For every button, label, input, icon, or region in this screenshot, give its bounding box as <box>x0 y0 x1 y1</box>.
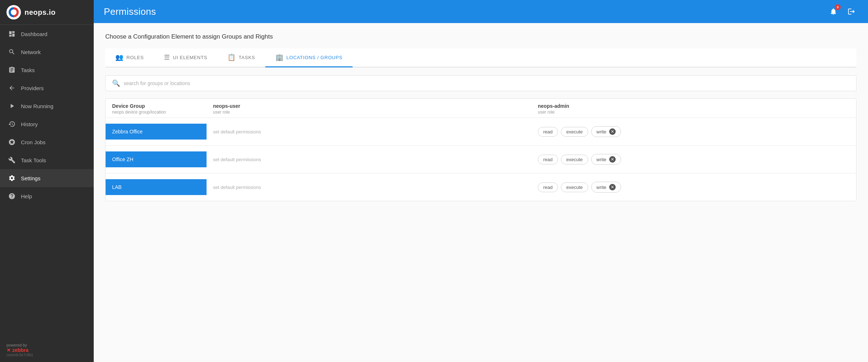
device-name[interactable]: LAB <box>106 179 207 195</box>
perm-read-badge[interactable]: read <box>538 182 558 192</box>
help-icon <box>8 192 16 200</box>
remove-write-button[interactable]: ✕ <box>609 184 616 190</box>
col-header-neops-user: neops-user user role <box>207 103 531 115</box>
search-input[interactable] <box>124 80 850 86</box>
tabs-container: 👥 ROLES ☰ UI ELEMENTS 📋 TASKS 🏢 LOCATION… <box>105 48 856 67</box>
device-name[interactable]: Office ZH <box>106 151 207 167</box>
sidebar-item-label: Tasks <box>21 67 35 73</box>
tab-ui-elements[interactable]: ☰ UI ELEMENTS <box>154 48 217 67</box>
history-icon <box>8 120 16 128</box>
logo: neops.io <box>0 0 94 25</box>
logo-icon <box>6 5 21 19</box>
sidebar-item-cron-jobs[interactable]: Cron Jobs <box>0 133 94 151</box>
tab-ui-elements-label: UI ELEMENTS <box>173 55 207 60</box>
header: Permissions 0 <box>94 0 868 23</box>
device-name[interactable]: Zebbra Office <box>106 124 207 140</box>
sidebar-item-label: Help <box>21 193 32 199</box>
perm-write-badge[interactable]: write ✕ <box>591 126 621 137</box>
perm-execute-badge[interactable]: execute <box>561 182 588 192</box>
tab-locations-label: LOCATIONS / GROUPS <box>286 55 342 60</box>
sidebar-item-label: Settings <box>21 175 40 181</box>
sidebar-item-label: Dashboard <box>21 31 47 37</box>
admin-permissions: read execute write ✕ <box>531 126 856 137</box>
roles-icon: 👥 <box>115 53 124 61</box>
logout-button[interactable] <box>845 5 858 18</box>
sidebar-item-tasks[interactable]: Tasks <box>0 61 94 79</box>
perm-write-badge[interactable]: write ✕ <box>591 154 621 165</box>
notification-badge: 0 <box>835 4 841 10</box>
device-cell: Zebbra Office <box>106 118 207 145</box>
perm-execute-badge[interactable]: execute <box>561 127 588 137</box>
sidebar-item-settings[interactable]: Settings <box>0 169 94 187</box>
sidebar-item-task-tools[interactable]: Task Tools <box>0 151 94 169</box>
cron-jobs-icon <box>8 138 16 146</box>
tasks-icon <box>8 66 16 74</box>
sidebar-item-label: Now Running <box>21 103 53 109</box>
zebbra-brand: ✕ zebbra <box>6 347 87 353</box>
sidebar-item-label: Task Tools <box>21 157 46 163</box>
admin-permissions: read execute write ✕ <box>531 182 856 193</box>
table-header: Device Group neops device group/location… <box>106 99 856 118</box>
notifications-button[interactable]: 0 <box>827 5 840 18</box>
commit-id: commit-5e7c9b1 <box>6 353 87 357</box>
perm-execute-badge[interactable]: execute <box>561 155 588 164</box>
sidebar-footer: powered by ✕ zebbra commit-5e7c9b1 <box>0 338 94 362</box>
ui-elements-icon: ☰ <box>164 53 170 61</box>
sidebar-item-network[interactable]: Network <box>0 43 94 61</box>
user-permission: set default permissions <box>207 129 531 134</box>
page-title: Permissions <box>104 6 156 17</box>
admin-permissions: read execute write ✕ <box>531 154 856 165</box>
providers-icon <box>8 84 16 92</box>
permissions-table: Device Group neops device group/location… <box>105 98 856 201</box>
main-area: Permissions 0 Choose a Configuration Ele… <box>94 0 868 362</box>
remove-write-button[interactable]: ✕ <box>609 156 616 163</box>
header-actions: 0 <box>827 5 858 18</box>
network-icon <box>8 48 16 56</box>
table-row: Zebbra Office set default permissions re… <box>106 118 856 145</box>
logo-text: neops.io <box>25 8 56 17</box>
sidebar-item-label: Providers <box>21 85 44 91</box>
tab-tasks-label: TASKS <box>239 55 255 60</box>
sidebar-item-label: Network <box>21 49 41 55</box>
table-row: LAB set default permissions read execute… <box>106 173 856 201</box>
tasks-tab-icon: 📋 <box>227 53 236 61</box>
user-permission: set default permissions <box>207 157 531 162</box>
tab-roles[interactable]: 👥 ROLES <box>105 48 154 67</box>
sidebar-item-label: History <box>21 121 38 127</box>
remove-write-button[interactable]: ✕ <box>609 128 616 135</box>
sidebar-item-dashboard[interactable]: Dashboard <box>0 25 94 43</box>
user-permission: set default permissions <box>207 185 531 190</box>
perm-write-badge[interactable]: write ✕ <box>591 182 621 193</box>
locations-icon: 🏢 <box>275 53 284 61</box>
sidebar-item-help[interactable]: Help <box>0 187 94 205</box>
tab-tasks[interactable]: 📋 TASKS <box>217 48 265 67</box>
task-tools-icon <box>8 156 16 164</box>
sidebar-item-history[interactable]: History <box>0 115 94 133</box>
tab-locations-groups[interactable]: 🏢 LOCATIONS / GROUPS <box>265 48 353 67</box>
sidebar: neops.io Dashboard Network Tasks <box>0 0 94 362</box>
search-container: 🔍 <box>105 75 856 91</box>
table-row: Office ZH set default permissions read e… <box>106 145 856 173</box>
dashboard-icon <box>8 30 16 38</box>
content-area: Choose a Configuration Element to assign… <box>94 23 868 362</box>
sidebar-item-providers[interactable]: Providers <box>0 79 94 97</box>
perm-read-badge[interactable]: read <box>538 155 558 164</box>
settings-icon <box>8 174 16 182</box>
search-icon: 🔍 <box>112 79 120 87</box>
sidebar-nav: Dashboard Network Tasks Providers <box>0 25 94 205</box>
powered-by-text: powered by <box>6 343 87 347</box>
tab-roles-label: ROLES <box>127 55 144 60</box>
device-cell: LAB <box>106 173 207 201</box>
sidebar-item-label: Cron Jobs <box>21 139 45 145</box>
col-header-neops-admin: neops-admin user role <box>531 103 856 115</box>
col-header-device: Device Group neops device group/location <box>106 103 207 115</box>
device-cell: Office ZH <box>106 146 207 173</box>
perm-read-badge[interactable]: read <box>538 127 558 137</box>
page-description: Choose a Configuration Element to assign… <box>105 33 856 40</box>
now-running-icon <box>8 102 16 110</box>
sidebar-item-now-running[interactable]: Now Running <box>0 97 94 115</box>
